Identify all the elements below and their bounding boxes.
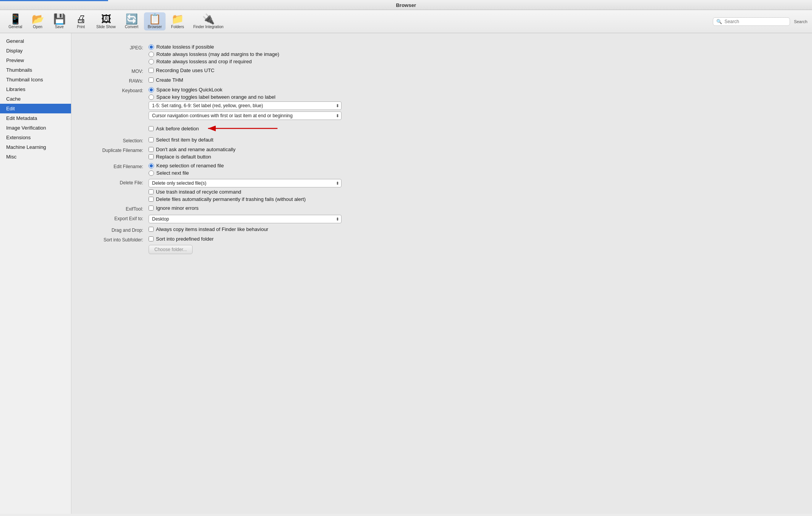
edit-filename-keep-radio[interactable] bbox=[149, 163, 154, 169]
raws-controls: Create THM bbox=[149, 77, 396, 83]
sidebar: General Display Preview Thumbnails Thumb… bbox=[0, 33, 71, 514]
duplicate-rename-label: Don't ask and rename automatically bbox=[156, 147, 235, 152]
mov-utc-checkbox[interactable] bbox=[149, 68, 154, 73]
jpeg-setting-row: JPEG: Rotate lossless if possible Rotate… bbox=[87, 44, 396, 64]
duplicate-replace-checkbox[interactable] bbox=[149, 154, 154, 159]
keyboard-label-text: Space key toggles label between orange a… bbox=[156, 94, 276, 100]
export-exif-controls: Desktop bbox=[149, 215, 396, 223]
export-exif-dropdown[interactable]: Desktop bbox=[149, 215, 342, 223]
search-box[interactable]: 🔍 bbox=[713, 17, 790, 26]
keyboard-radio-2: Space key toggles label between orange a… bbox=[149, 94, 396, 100]
sidebar-item-general[interactable]: General bbox=[0, 36, 71, 46]
delete-file-controls: Delete only selected file(s) Use trash i… bbox=[149, 179, 396, 202]
delete-file-dropdown-row: Delete only selected file(s) bbox=[149, 179, 396, 187]
sidebar-item-misc[interactable]: Misc bbox=[0, 152, 71, 162]
choose-folder-button[interactable]: Choose folder... bbox=[149, 245, 193, 254]
sort-subfolder-checkbox-row: Sort into predefined folder bbox=[149, 236, 396, 242]
drag-drop-setting-row: Drag and Drop: Always copy items instead… bbox=[87, 226, 396, 233]
exiftool-ignore-label: Ignore minor errors bbox=[156, 205, 199, 211]
drag-drop-copy-checkbox[interactable] bbox=[149, 227, 154, 232]
delete-auto-row: Delete files automatically permanently i… bbox=[149, 196, 396, 202]
sort-subfolder-checkbox[interactable] bbox=[149, 236, 154, 241]
delete-trash-row: Use trash instead of recycle command bbox=[149, 189, 396, 195]
jpeg-rotate-always-label: Rotate always lossless (may add margins … bbox=[156, 51, 279, 57]
keyboard-cursor-dropdown[interactable]: Cursor navigation continues with first o… bbox=[149, 111, 342, 120]
search-input[interactable] bbox=[724, 19, 787, 24]
toolbar-browser[interactable]: 📋 Browser bbox=[144, 12, 166, 30]
sidebar-item-cache[interactable]: Cache bbox=[0, 94, 71, 104]
raws-label: RAWs: bbox=[87, 77, 149, 84]
settings-section: JPEG: Rotate lossless if possible Rotate… bbox=[87, 44, 396, 254]
general-icon: 📱 bbox=[9, 14, 22, 24]
choose-folder-row: Choose folder... bbox=[149, 243, 396, 254]
toolbar-open-label: Open bbox=[33, 25, 42, 29]
sidebar-item-thumbnails[interactable]: Thumbnails bbox=[0, 65, 71, 75]
finder-icon: 🔌 bbox=[202, 14, 215, 24]
red-arrow-annotation bbox=[204, 123, 281, 134]
edit-filename-setting-row: Edit Filename: Keep selection of renamed… bbox=[87, 163, 396, 176]
edit-filename-radio-1: Keep selection of renamed file bbox=[149, 163, 396, 169]
toolbar-print[interactable]: 🖨 Print bbox=[71, 12, 91, 30]
jpeg-controls: Rotate lossless if possible Rotate alway… bbox=[149, 44, 396, 64]
delete-auto-label: Delete files automatically permanently i… bbox=[156, 196, 306, 202]
keyboard-rating-dropdown[interactable]: 1-5: Set rating, 6-9: Set label (red, ye… bbox=[149, 101, 342, 110]
jpeg-rotate-lossless-label: Rotate lossless if possible bbox=[156, 44, 214, 50]
sidebar-item-image-verification[interactable]: Image Verification bbox=[0, 123, 71, 133]
keyboard-label-radio[interactable] bbox=[149, 94, 154, 100]
jpeg-rotate-crop-radio[interactable] bbox=[149, 59, 154, 64]
deletion-checkbox-row: Ask before deletion bbox=[149, 123, 396, 134]
delete-file-setting-row: Delete File: Delete only selected file(s… bbox=[87, 179, 396, 202]
mov-label: MOV: bbox=[87, 67, 149, 74]
save-icon: 💾 bbox=[53, 14, 66, 24]
selection-checkbox-row: Select first item by default bbox=[149, 137, 396, 143]
sidebar-item-display[interactable]: Display bbox=[0, 46, 71, 56]
edit-filename-next-radio[interactable] bbox=[149, 170, 154, 176]
keyboard-quicklook-radio[interactable] bbox=[149, 87, 154, 93]
selection-first-checkbox[interactable] bbox=[149, 137, 154, 142]
sidebar-item-edit[interactable]: Edit bbox=[0, 104, 71, 113]
sidebar-item-libraries[interactable]: Libraries bbox=[0, 84, 71, 94]
delete-trash-checkbox[interactable] bbox=[149, 189, 154, 194]
raws-thm-checkbox[interactable] bbox=[149, 78, 154, 83]
content-area: JPEG: Rotate lossless if possible Rotate… bbox=[71, 33, 812, 514]
toolbar-general-label: General bbox=[8, 25, 22, 29]
toolbar-convert[interactable]: 🔄 Convert bbox=[121, 12, 142, 30]
sidebar-item-edit-metadata[interactable]: Edit Metadata bbox=[0, 113, 71, 123]
delete-auto-checkbox[interactable] bbox=[149, 197, 154, 202]
sidebar-item-preview[interactable]: Preview bbox=[0, 56, 71, 65]
sidebar-item-machine-learning[interactable]: Machine Learning bbox=[0, 142, 71, 152]
exiftool-ignore-checkbox[interactable] bbox=[149, 206, 154, 211]
deletion-setting-row: Ask before deletion bbox=[87, 123, 396, 134]
export-exif-dropdown-row: Desktop bbox=[149, 215, 396, 223]
toolbar-folders[interactable]: 📁 Folders bbox=[167, 12, 188, 30]
toolbar-save[interactable]: 💾 Save bbox=[49, 12, 69, 30]
duplicate-rename-checkbox[interactable] bbox=[149, 147, 154, 152]
window-title: Browser bbox=[396, 2, 416, 8]
toolbar-general[interactable]: 📱 General bbox=[5, 12, 26, 30]
jpeg-rotate-always-radio[interactable] bbox=[149, 52, 154, 57]
exiftool-controls: Ignore minor errors bbox=[149, 205, 396, 211]
mov-utc-label: Recording Date uses UTC bbox=[156, 67, 215, 73]
toolbar-folders-label: Folders bbox=[171, 25, 184, 29]
keyboard-radio-1: Space key toggles QuickLook bbox=[149, 87, 396, 93]
keyboard-dropdown-2-wrapper: Cursor navigation continues with first o… bbox=[149, 111, 342, 120]
jpeg-rotate-lossless-radio[interactable] bbox=[149, 44, 154, 50]
toolbar-convert-label: Convert bbox=[125, 25, 139, 29]
toolbar-slideshow[interactable]: 🖼 Slide Show bbox=[93, 12, 120, 30]
toolbar-finder-label: Finder Integration bbox=[193, 25, 223, 29]
progress-bar bbox=[0, 0, 108, 1]
toolbar-slideshow-label: Slide Show bbox=[96, 25, 116, 29]
print-icon: 🖨 bbox=[76, 14, 86, 24]
duplicate-label: Duplicate Filename: bbox=[87, 147, 149, 153]
sidebar-item-extensions[interactable]: Extensions bbox=[0, 133, 71, 142]
toolbar-open[interactable]: 📂 Open bbox=[28, 12, 48, 30]
delete-file-dropdown[interactable]: Delete only selected file(s) bbox=[149, 179, 342, 187]
exiftool-checkbox-row: Ignore minor errors bbox=[149, 205, 396, 211]
toolbar-finder[interactable]: 🔌 Finder Integration bbox=[189, 12, 227, 30]
ask-deletion-checkbox[interactable] bbox=[149, 126, 154, 131]
export-exif-setting-row: Export Exif to: Desktop bbox=[87, 215, 396, 223]
sidebar-item-thumbnail-icons[interactable]: Thumbnail Icons bbox=[0, 75, 71, 84]
duplicate-setting-row: Duplicate Filename: Don't ask and rename… bbox=[87, 147, 396, 160]
keyboard-dropdown-1-wrapper: 1-5: Set rating, 6-9: Set label (red, ye… bbox=[149, 101, 342, 110]
duplicate-replace-label: Replace is default button bbox=[156, 154, 211, 160]
